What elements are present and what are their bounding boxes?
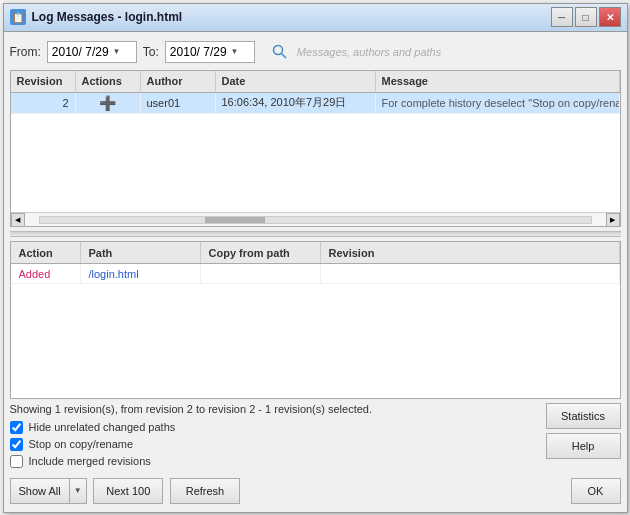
list-item[interactable]: Added /login.html [11, 264, 620, 284]
window-controls: ─ □ ✕ [551, 7, 621, 27]
status-section: Showing 1 revision(s), from revision 2 t… [10, 403, 621, 470]
col-date: Date [216, 71, 376, 92]
paths-col-path: Path [81, 242, 201, 263]
right-buttons: Statistics Help [546, 403, 621, 459]
show-all-wrap: Show All ▼ [10, 478, 87, 504]
content-area: From: 2010/ 7/29 To: 2010/ 7/29 Messages… [4, 32, 627, 512]
from-date-select[interactable]: 2010/ 7/29 [47, 41, 137, 63]
col-actions: Actions [76, 71, 141, 92]
paths-col-action: Action [11, 242, 81, 263]
cell-actions: ➕ [76, 93, 141, 113]
paths-table: Action Path Copy from path Revision Adde… [10, 241, 621, 399]
bottom-right-buttons: OK [571, 478, 621, 504]
search-icon[interactable] [269, 41, 291, 63]
horizontal-scrollbar[interactable]: ◀ ▶ [11, 212, 620, 226]
svg-point-0 [273, 45, 282, 54]
log-table-header: Revision Actions Author Date Message [11, 71, 620, 93]
show-all-button[interactable]: Show All [11, 479, 70, 503]
log-messages-table: Revision Actions Author Date Message [10, 70, 621, 228]
splitter[interactable] [10, 231, 621, 237]
svg-line-1 [281, 53, 286, 58]
include-merged-row: Include merged revisions [10, 455, 373, 468]
paths-table-header: Action Path Copy from path Revision [11, 242, 620, 264]
col-message: Message [376, 71, 620, 92]
hide-unrelated-checkbox[interactable] [10, 421, 23, 434]
hide-unrelated-label: Hide unrelated changed paths [29, 421, 176, 433]
close-button[interactable]: ✕ [599, 7, 621, 27]
cell-date: 16:06:34, 2010年7月29日 [216, 93, 376, 113]
paths-col-copy: Copy from path [201, 242, 321, 263]
toolbar-row: From: 2010/ 7/29 To: 2010/ 7/29 Messages… [10, 38, 621, 66]
main-window: 📋 Log Messages - login.html ─ □ ✕ From: … [3, 3, 628, 513]
cell-message: For complete history deselect "Stop on c… [376, 93, 620, 113]
search-placeholder: Messages, authors and paths [297, 46, 621, 58]
title-bar: 📋 Log Messages - login.html ─ □ ✕ [4, 4, 627, 32]
bottom-left-buttons: Show All ▼ Next 100 Refresh [10, 478, 240, 504]
include-merged-label: Include merged revisions [29, 455, 151, 467]
status-text: Showing 1 revision(s), from revision 2 t… [10, 403, 373, 415]
include-merged-checkbox[interactable] [10, 455, 23, 468]
path-cell-copy [201, 264, 321, 283]
col-author: Author [141, 71, 216, 92]
bottom-bar: Show All ▼ Next 100 Refresh OK [10, 474, 621, 506]
paths-col-rev: Revision [321, 242, 620, 263]
stop-on-copy-checkbox[interactable] [10, 438, 23, 451]
scroll-left-arrow[interactable]: ◀ [11, 213, 25, 227]
show-all-dropdown-arrow[interactable]: ▼ [70, 479, 86, 503]
col-revision: Revision [11, 71, 76, 92]
to-label: To: [143, 45, 159, 59]
statistics-button[interactable]: Statistics [546, 403, 621, 429]
scroll-track[interactable] [39, 216, 592, 224]
help-button[interactable]: Help [546, 433, 621, 459]
from-label: From: [10, 45, 41, 59]
refresh-button[interactable]: Refresh [170, 478, 240, 504]
path-cell-rev [321, 264, 620, 283]
log-table-body: 2 ➕ user01 16:06:34, 2010年7月29日 For comp… [11, 93, 620, 213]
minimize-button[interactable]: ─ [551, 7, 573, 27]
table-row[interactable]: 2 ➕ user01 16:06:34, 2010年7月29日 For comp… [11, 93, 620, 114]
cell-revision: 2 [11, 93, 76, 113]
app-icon: 📋 [10, 9, 26, 25]
next-100-button[interactable]: Next 100 [93, 478, 163, 504]
add-action-icon: ➕ [99, 95, 116, 111]
path-cell-action: Added [11, 264, 81, 283]
scroll-right-arrow[interactable]: ▶ [606, 213, 620, 227]
maximize-button[interactable]: □ [575, 7, 597, 27]
hide-unrelated-row: Hide unrelated changed paths [10, 421, 373, 434]
scroll-thumb[interactable] [205, 217, 265, 223]
cell-author: user01 [141, 93, 216, 113]
path-cell-path[interactable]: /login.html [81, 264, 201, 283]
window-title: Log Messages - login.html [32, 10, 551, 24]
stop-on-copy-row: Stop on copy/rename [10, 438, 373, 451]
ok-button[interactable]: OK [571, 478, 621, 504]
to-date-select[interactable]: 2010/ 7/29 [165, 41, 255, 63]
paths-table-body: Added /login.html [11, 264, 620, 398]
options-column: Showing 1 revision(s), from revision 2 t… [10, 403, 373, 470]
stop-on-copy-label: Stop on copy/rename [29, 438, 134, 450]
